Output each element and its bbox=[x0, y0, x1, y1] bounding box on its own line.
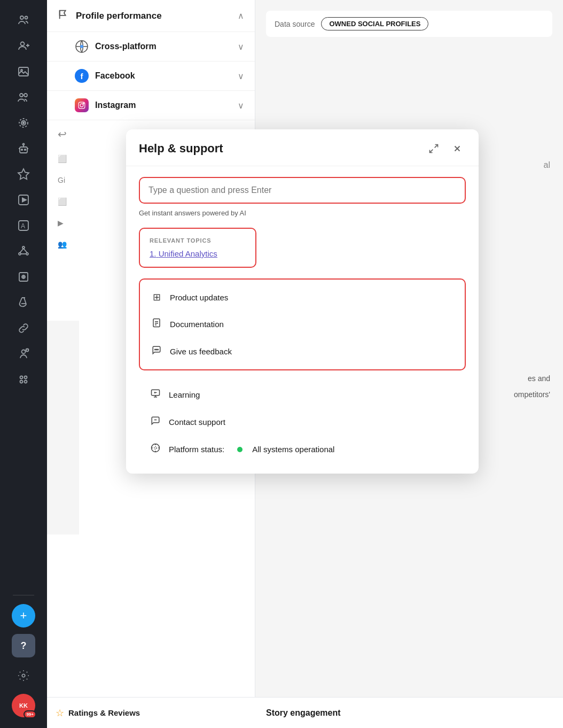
bottom-right-bar: Story engagement bbox=[255, 697, 563, 728]
add-button[interactable]: + bbox=[12, 604, 35, 628]
unified-analytics-link[interactable]: 1. Unified Analytics bbox=[150, 249, 246, 258]
instagram-nav-item[interactable]: Instagram ∨ bbox=[47, 91, 255, 120]
audience-icon[interactable] bbox=[12, 86, 35, 109]
sidebar: A bbox=[0, 0, 47, 728]
instagram-label: Instagram bbox=[95, 100, 136, 110]
svg-marker-52 bbox=[154, 392, 158, 393]
help-modal-body: Get instant answers powered by AI RELEVA… bbox=[126, 166, 479, 474]
documentation-icon bbox=[151, 318, 162, 330]
cross-platform-chevron-icon: ∨ bbox=[238, 42, 244, 52]
facebook-icon: f bbox=[75, 69, 89, 83]
close-button[interactable] bbox=[449, 140, 466, 157]
svg-line-22 bbox=[20, 249, 24, 253]
profile-performance-label: Profile performance bbox=[76, 11, 162, 21]
product-updates-item[interactable]: ⊞ Product updates bbox=[140, 284, 465, 311]
target-icon[interactable] bbox=[12, 265, 35, 289]
search-input[interactable] bbox=[148, 185, 456, 195]
ai-hint-text: Get instant answers powered by AI bbox=[139, 209, 466, 217]
expand-button[interactable] bbox=[425, 140, 442, 157]
ratings-reviews-label: Ratings & Reviews bbox=[68, 708, 140, 717]
help-modal: Help & support Get bbox=[126, 129, 479, 474]
partial-text-al: al bbox=[544, 160, 550, 170]
facebook-nav-item[interactable]: f Facebook ∨ bbox=[47, 61, 255, 91]
svg-point-20 bbox=[19, 253, 21, 255]
unified-analytics-text: Unified Analytics bbox=[159, 249, 217, 258]
flask-icon[interactable] bbox=[12, 291, 35, 314]
documentation-item[interactable]: Documentation bbox=[140, 311, 465, 338]
search-input-wrapper[interactable] bbox=[139, 177, 466, 204]
user-settings-icon[interactable] bbox=[12, 342, 35, 366]
svg-point-40 bbox=[80, 104, 83, 107]
users-grid-icon[interactable] bbox=[12, 368, 35, 391]
listening-icon[interactable] bbox=[12, 111, 35, 135]
svg-point-30 bbox=[20, 376, 23, 379]
learning-label: Learning bbox=[169, 390, 200, 399]
sidebar-divider bbox=[13, 595, 34, 595]
data-source-label: Data source bbox=[275, 20, 315, 28]
svg-marker-14 bbox=[18, 169, 29, 179]
learning-item[interactable]: Learning bbox=[139, 381, 466, 408]
data-source-bar: Data source OWNED SOCIAL PROFILES bbox=[266, 11, 552, 37]
product-updates-icon: ⊞ bbox=[151, 291, 162, 303]
svg-point-38 bbox=[80, 45, 83, 48]
facebook-chevron-icon: ∨ bbox=[238, 71, 244, 81]
help-modal-title: Help & support bbox=[139, 142, 223, 156]
cross-platform-label: Cross-platform bbox=[95, 42, 157, 51]
contact-support-item[interactable]: Contact support bbox=[139, 408, 466, 436]
cross-platform-icon bbox=[75, 40, 89, 53]
notification-badge: 99+ bbox=[24, 710, 36, 718]
svg-marker-16 bbox=[22, 197, 27, 203]
play-rect-icon[interactable] bbox=[12, 188, 35, 212]
svg-point-9 bbox=[23, 122, 25, 124]
relevant-topics-label: RELEVANT TOPICS bbox=[150, 237, 246, 244]
svg-point-13 bbox=[23, 144, 25, 145]
svg-point-0 bbox=[20, 16, 24, 19]
data-source-button[interactable]: OWNED SOCIAL PROFILES bbox=[321, 17, 428, 30]
documentation-label: Documentation bbox=[170, 320, 224, 329]
svg-point-41 bbox=[83, 103, 84, 104]
platform-status-item[interactable]: Platform status: All systems operational bbox=[139, 436, 466, 463]
help-button[interactable]: ? bbox=[12, 634, 35, 657]
svg-point-11 bbox=[21, 149, 22, 150]
svg-point-2 bbox=[21, 42, 25, 46]
cross-platform-nav-item[interactable]: Cross-platform ∨ bbox=[47, 32, 255, 61]
feedback-item[interactable]: Give us feedback bbox=[140, 338, 465, 365]
svg-point-48 bbox=[155, 349, 156, 350]
gear-icon[interactable] bbox=[12, 664, 35, 687]
platform-status-icon bbox=[150, 443, 161, 455]
profile-performance-nav-item[interactable]: Profile performance ∧ bbox=[47, 0, 255, 32]
avatar[interactable]: KK 99+ bbox=[12, 694, 35, 717]
star-icon: ☆ bbox=[56, 707, 64, 719]
partial-text-ompetitors: ompetitors' bbox=[514, 390, 550, 399]
feedback-icon bbox=[151, 345, 162, 358]
star-nav-icon[interactable] bbox=[12, 162, 35, 186]
status-dot bbox=[237, 447, 243, 452]
main-content: Profile performance ∧ Cross-platform ∨ bbox=[47, 0, 563, 728]
people-group-icon[interactable] bbox=[12, 9, 35, 32]
platform-status-label: Platform status: bbox=[169, 445, 224, 454]
link-icon[interactable] bbox=[12, 316, 35, 340]
svg-point-1 bbox=[25, 17, 28, 19]
svg-point-57 bbox=[154, 447, 157, 450]
help-modal-header: Help & support bbox=[126, 129, 479, 166]
facebook-label: Facebook bbox=[95, 71, 135, 81]
feedback-label: Give us feedback bbox=[170, 347, 232, 356]
contact-support-icon bbox=[150, 416, 161, 428]
add-person-icon[interactable] bbox=[12, 34, 35, 58]
svg-text:A: A bbox=[21, 222, 25, 230]
svg-point-34 bbox=[22, 674, 25, 677]
relevant-topics-box: RELEVANT TOPICS 1. Unified Analytics bbox=[139, 228, 256, 268]
svg-point-21 bbox=[26, 253, 28, 255]
svg-point-27 bbox=[23, 276, 24, 277]
svg-point-6 bbox=[24, 94, 27, 97]
svg-point-31 bbox=[25, 376, 27, 379]
platform-status-text: All systems operational bbox=[252, 445, 334, 454]
a-text-icon[interactable]: A bbox=[12, 214, 35, 237]
options-box: ⊞ Product updates Documentation bbox=[139, 278, 466, 370]
image-icon[interactable] bbox=[12, 60, 35, 83]
robot-icon[interactable] bbox=[12, 137, 35, 160]
svg-line-23 bbox=[24, 249, 27, 253]
nodes-icon[interactable] bbox=[12, 239, 35, 263]
svg-point-12 bbox=[25, 149, 26, 150]
partial-text-es: es and bbox=[528, 374, 550, 383]
